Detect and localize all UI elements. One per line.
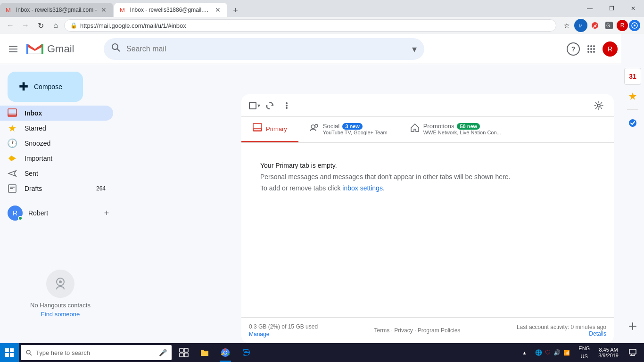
sidebar: ✚ Compose Inbox ★ Starred 🕐 Snoozed xyxy=(0,64,121,343)
ext-icon-2[interactable]: 🌶 xyxy=(588,19,602,32)
add-account-button[interactable]: + xyxy=(100,206,113,220)
bookmark-icon[interactable]: ☆ xyxy=(560,19,573,32)
compose-plus-icon: ✚ xyxy=(19,80,28,93)
more-options-button[interactable] xyxy=(279,98,294,113)
maximize-button[interactable]: ❐ xyxy=(601,0,622,17)
svg-rect-53 xyxy=(10,353,14,357)
start-button[interactable] xyxy=(0,343,19,362)
settings-button[interactable] xyxy=(591,98,606,113)
search-bar[interactable]: ▾ xyxy=(104,38,424,60)
edge-button[interactable] xyxy=(236,343,256,362)
snoozed-icon: 🕐 xyxy=(8,138,17,148)
user-avatar[interactable]: R xyxy=(603,41,618,57)
close-button[interactable]: ✕ xyxy=(622,0,644,17)
svg-point-17 xyxy=(112,44,118,49)
tab2-close-icon[interactable]: ✕ xyxy=(214,6,222,14)
task-view-button[interactable] xyxy=(173,343,194,362)
details-link[interactable]: Details xyxy=(517,330,606,337)
find-someone-link[interactable]: Find someone xyxy=(41,311,80,318)
primary-tab-icon xyxy=(253,123,262,135)
inbox-settings-link[interactable]: inbox settings xyxy=(342,184,383,192)
storage-text: 0.3 GB (2%) of 15 GB used xyxy=(249,323,318,330)
browser-tab-1[interactable]: M Inbox - rewells318@gmail.com - ✕ xyxy=(0,3,113,17)
svg-rect-50 xyxy=(5,348,9,352)
svg-rect-58 xyxy=(180,353,183,357)
help-button[interactable]: ? xyxy=(567,42,580,56)
taskbar-search[interactable]: Type here to search 🎤 xyxy=(21,345,172,360)
user-account-icon[interactable]: R xyxy=(617,20,628,31)
promotions-badge: 50 new xyxy=(457,123,480,130)
select-all-checkbox[interactable] xyxy=(249,102,256,109)
language-indicator[interactable]: ENG US xyxy=(575,343,594,362)
add-button[interactable] xyxy=(623,317,642,336)
svg-marker-30 xyxy=(8,156,16,161)
footer-activity: Last account activity: 0 minutes ago Det… xyxy=(517,324,606,337)
svg-rect-28 xyxy=(8,109,17,115)
compose-button[interactable]: ✚ Compose xyxy=(8,72,83,102)
svg-rect-10 xyxy=(9,46,17,47)
tab1-close-icon[interactable]: ✕ xyxy=(100,6,107,14)
hangouts-section: No Hangouts contacts Find someone xyxy=(0,251,121,325)
clock[interactable]: 8:45 AM 8/9/2019 xyxy=(594,343,622,362)
manage-link[interactable]: Manage xyxy=(249,331,318,337)
sidebar-item-drafts[interactable]: Drafts 264 xyxy=(0,181,113,196)
sidebar-item-snoozed[interactable]: 🕐 Snoozed xyxy=(0,136,113,151)
tab-primary[interactable]: Primary xyxy=(241,117,298,142)
promotions-tab-subtitle: WWE Network, Live Nation Con... xyxy=(423,130,501,135)
apps-button[interactable] xyxy=(582,40,601,58)
promotions-tab-icon xyxy=(410,123,420,135)
svg-point-9 xyxy=(634,25,636,26)
svg-rect-16 xyxy=(41,44,43,54)
terms-link[interactable]: Terms xyxy=(374,327,390,334)
sidebar-item-important[interactable]: Important xyxy=(0,151,113,166)
search-dropdown-icon[interactable]: ▾ xyxy=(412,43,417,55)
date-text: 8/9/2019 xyxy=(598,353,619,358)
select-all-dropdown-icon[interactable]: ▾ xyxy=(257,102,260,109)
compose-label: Compose xyxy=(34,83,62,90)
refresh-button[interactable] xyxy=(262,98,277,113)
lang2-text: US xyxy=(581,354,588,360)
primary-tab-label: Primary xyxy=(266,125,287,132)
search-input[interactable] xyxy=(126,45,406,53)
new-tab-button[interactable]: + xyxy=(229,4,242,17)
tasks-button[interactable] xyxy=(623,114,642,132)
calendar-button[interactable]: 31 xyxy=(624,68,641,85)
address-bar[interactable]: 🔒 https://mail.google.com/mail/u/1/#inbo… xyxy=(64,19,556,32)
svg-text:G: G xyxy=(606,23,610,28)
snoozed-label: Snoozed xyxy=(25,140,106,147)
drafts-label: Drafts xyxy=(25,185,89,192)
sidebar-item-inbox[interactable]: Inbox xyxy=(0,106,113,121)
chrome-button[interactable] xyxy=(215,343,236,362)
lock-icon: 🔒 xyxy=(70,22,77,29)
home-button[interactable]: ⌂ xyxy=(49,19,62,32)
right-sidebar: 31 xyxy=(621,64,644,343)
minimize-button[interactable]: — xyxy=(579,0,601,17)
back-button[interactable]: ← xyxy=(4,19,17,32)
ext-icon-3[interactable]: G xyxy=(603,19,616,32)
svg-rect-52 xyxy=(5,353,9,357)
program-policies-link[interactable]: Program Policies xyxy=(418,327,461,334)
notification-button[interactable] xyxy=(623,343,642,362)
reload-button[interactable]: ↻ xyxy=(34,19,47,32)
tab-promotions[interactable]: Promotions 50 new WWE Network, Live Nati… xyxy=(399,117,512,142)
tab-social[interactable]: Social 3 new YouTube TV, Google+ Team xyxy=(298,117,399,142)
svg-point-42 xyxy=(597,104,600,107)
account-section[interactable]: R Robert + xyxy=(0,204,121,222)
sidebar-item-starred[interactable]: ★ Starred xyxy=(0,121,113,136)
ext-icon-4[interactable] xyxy=(629,20,640,31)
tray-icons[interactable]: 🌐 🛡 🔊 📶 xyxy=(531,343,574,362)
keep-button[interactable] xyxy=(623,87,642,106)
empty-description: Personal messages and messages that don'… xyxy=(260,173,510,181)
sidebar-item-sent[interactable]: Sent xyxy=(0,166,113,181)
tray-expand[interactable]: ▲ xyxy=(518,343,530,362)
select-all-area[interactable]: ▾ xyxy=(249,102,260,109)
browser-tab-2[interactable]: M Inbox - rewells31886@gmail.com - ✕ xyxy=(114,3,227,17)
svg-point-25 xyxy=(587,51,589,53)
forward-button[interactable]: → xyxy=(19,19,32,32)
file-explorer-button[interactable] xyxy=(194,343,215,362)
network-icon: 🌐 xyxy=(535,349,542,356)
privacy-link[interactable]: Privacy xyxy=(394,327,413,334)
hamburger-menu-button[interactable] xyxy=(4,40,23,58)
ext-icon-1[interactable]: M xyxy=(574,19,587,32)
svg-point-47 xyxy=(629,119,636,127)
